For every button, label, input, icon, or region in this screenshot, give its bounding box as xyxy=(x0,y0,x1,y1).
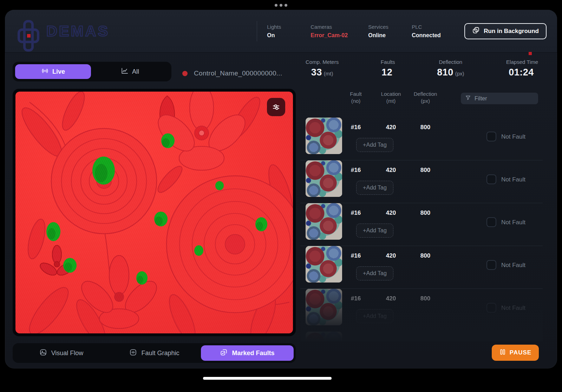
fault-number: #16 xyxy=(340,167,372,174)
filter-box xyxy=(461,93,538,104)
fault-row[interactable]: #16 420 800 +Add Tag Not Fault xyxy=(300,246,543,289)
not-fault-checkbox[interactable] xyxy=(486,174,496,184)
fault-row[interactable]: #16 420 800 +Add Tag Not Fault xyxy=(300,118,543,160)
fault-location: 420 xyxy=(375,124,407,131)
not-fault-checkbox[interactable] xyxy=(486,132,496,141)
status-lights: Lights On xyxy=(267,24,306,39)
checked-squares-icon xyxy=(220,348,228,358)
tab-all[interactable]: All xyxy=(91,67,169,77)
add-tag-button[interactable]: +Add Tag xyxy=(356,266,393,280)
fault-location: 420 xyxy=(375,167,407,174)
add-tag-button[interactable]: +Add Tag xyxy=(356,138,393,152)
fault-deflection: 800 xyxy=(410,210,441,217)
control-name: Control_Name_000000000... xyxy=(194,69,282,77)
fault-number: #16 xyxy=(340,295,372,302)
not-fault-label: Not Fault xyxy=(501,176,525,183)
header-divider xyxy=(257,21,257,41)
camera-view-panel xyxy=(13,89,296,336)
tab-fault-graphic[interactable]: Fault Graphic xyxy=(108,348,201,358)
not-fault-label: Not Fault xyxy=(501,305,525,312)
status-services: Services Online xyxy=(368,24,407,39)
fault-row[interactable]: #16 420 800 +Add Tag Not Fault xyxy=(300,289,543,332)
status-plc: PLC Connected xyxy=(412,24,450,39)
fault-number: #16 xyxy=(340,124,372,131)
header: DEMAS Lights On Cameras Error_Cam-02 Ser… xyxy=(5,10,557,53)
line-chart-icon xyxy=(121,67,129,77)
fault-thumbnail xyxy=(306,332,342,341)
brand-name: DEMAS xyxy=(46,24,115,39)
fault-thumbnail xyxy=(306,118,342,154)
fault-deflection: 800 xyxy=(410,167,441,174)
fault-location: 420 xyxy=(375,252,407,259)
not-fault-checkbox[interactable] xyxy=(486,260,496,270)
fault-number: #16 xyxy=(340,252,372,259)
fault-deflection: 800 xyxy=(410,124,441,131)
column-header-location: Location (mt) xyxy=(375,91,407,105)
record-dot-icon xyxy=(182,71,188,76)
trademark-tick xyxy=(555,10,556,12)
fault-thumbnail xyxy=(306,160,342,197)
status-cameras: Cameras Error_Cam-02 xyxy=(311,24,363,39)
bars-graphic-icon xyxy=(129,348,137,358)
tab-live[interactable]: Live xyxy=(15,64,91,79)
fault-row-partial xyxy=(300,332,543,341)
fault-thumbnail xyxy=(306,203,342,240)
header-status-group: Lights On Cameras Error_Cam-02 Services … xyxy=(257,21,547,41)
fault-list[interactable]: #16 420 800 +Add Tag Not Fault #16 420 8… xyxy=(300,118,543,341)
not-fault-label: Not Fault xyxy=(501,262,525,269)
fault-deflection: 800 xyxy=(410,252,441,259)
view-mode-nav: Visual Flow Fault Graphic Marked Faul xyxy=(13,343,296,363)
tablet-frame: DEMAS Lights On Cameras Error_Cam-02 Ser… xyxy=(0,0,562,392)
funnel-icon xyxy=(465,95,471,102)
fault-location: 420 xyxy=(375,210,407,217)
image-icon xyxy=(39,348,47,358)
stat-faults: Faults 12 xyxy=(381,59,395,78)
brand-emblem-icon xyxy=(15,14,43,48)
fabric-camera-image xyxy=(15,92,293,333)
fault-number: #16 xyxy=(340,210,372,217)
fault-thumbnail xyxy=(306,246,342,283)
home-indicator[interactable] xyxy=(203,377,332,380)
pause-icon xyxy=(499,348,506,357)
filter-input[interactable] xyxy=(475,95,547,102)
stat-deflection: Deflection 810(px) xyxy=(437,59,464,78)
not-fault-label: Not Fault xyxy=(501,219,525,226)
add-tag-button[interactable]: +Add Tag xyxy=(356,309,393,323)
tab-visual-flow[interactable]: Visual Flow xyxy=(15,348,108,358)
view-toggle: Live All xyxy=(13,62,171,81)
fault-deflection: 800 xyxy=(410,295,441,302)
window-status-dots xyxy=(275,4,287,7)
overlapping-squares-icon xyxy=(472,26,480,36)
fault-thumbnail xyxy=(306,289,342,325)
tab-marked-faults[interactable]: Marked Faults xyxy=(201,345,294,361)
sliders-icon xyxy=(272,102,281,112)
pause-button[interactable]: PAUSE xyxy=(492,345,539,361)
fabric-pattern xyxy=(15,92,293,333)
image-settings-button[interactable] xyxy=(267,98,285,116)
not-fault-label: Not Fault xyxy=(501,133,525,140)
stats-bar: Comp. Meters 33(mt) Faults 12 Deflection… xyxy=(306,59,538,78)
add-tag-button[interactable]: +Add Tag xyxy=(356,181,393,195)
app-window: DEMAS Lights On Cameras Error_Cam-02 Ser… xyxy=(5,10,557,368)
broadcast-icon xyxy=(41,67,49,77)
column-header-fault: Fault (no) xyxy=(340,91,372,105)
run-in-background-button[interactable]: Run in Background xyxy=(464,23,547,39)
control-name-row: Control_Name_000000000... xyxy=(182,69,282,77)
fault-location: 420 xyxy=(375,295,407,302)
not-fault-checkbox[interactable] xyxy=(486,217,496,227)
brand-logo: DEMAS xyxy=(15,14,115,48)
column-header-deflection: Deflection (px) xyxy=(410,91,441,105)
stat-elapsed-time: Elapsed Time 01:24 xyxy=(506,59,538,78)
stat-comp-meters: Comp. Meters 33(mt) xyxy=(306,59,339,78)
camera-error-value: Error_Cam-02 xyxy=(311,32,363,39)
brand-red-dot xyxy=(529,52,532,55)
fault-row[interactable]: #16 420 800 +Add Tag Not Fault xyxy=(300,203,543,246)
add-tag-button[interactable]: +Add Tag xyxy=(356,224,393,238)
not-fault-checkbox[interactable] xyxy=(486,303,496,313)
fault-row[interactable]: #16 420 800 +Add Tag Not Fault xyxy=(300,160,543,203)
